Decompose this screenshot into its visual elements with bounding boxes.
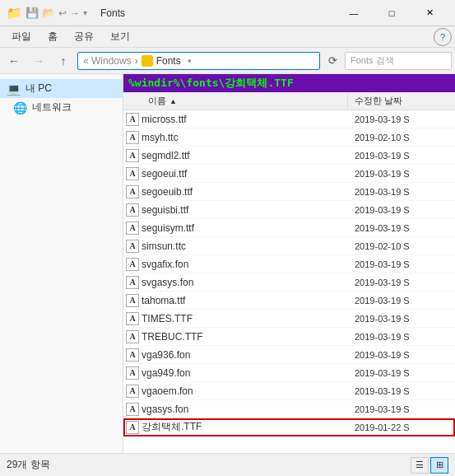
menu-bar: 파일 홈 공유 보기 ? xyxy=(0,26,455,48)
table-row[interactable]: Asegmdl2.ttf2019-03-19 S xyxy=(123,147,455,165)
menu-home[interactable]: 홈 xyxy=(39,28,66,45)
font-file-icon: A xyxy=(126,366,139,380)
help-icon[interactable]: ? xyxy=(434,28,452,46)
maximize-button[interactable]: □ xyxy=(373,0,411,26)
file-icon: A xyxy=(123,258,142,271)
undo-icon[interactable]: ↩ xyxy=(58,7,67,19)
file-date: 2019-03-19 S xyxy=(348,368,455,378)
file-date: 2019-01-22 S xyxy=(348,422,455,432)
file-date: 2019-03-19 S xyxy=(348,114,455,124)
refresh-button[interactable]: ⟳ xyxy=(323,52,341,70)
status-bar: 29개 항목 ☰ ⊞ xyxy=(0,453,455,476)
file-date: 2019-03-19 S xyxy=(348,205,455,215)
table-row[interactable]: Asvgafix.fon2019-03-19 S xyxy=(123,255,455,273)
file-icon: A xyxy=(123,421,142,434)
dropdown-icon[interactable]: ▾ xyxy=(83,8,87,17)
file-date: 2019-02-10 S xyxy=(348,133,455,142)
table-row[interactable]: A강희택체.TTF2019-01-22 S xyxy=(123,418,455,436)
close-button[interactable]: ✕ xyxy=(411,0,448,26)
file-name: TREBUC.TTF xyxy=(142,331,348,343)
up-button[interactable]: ↑ xyxy=(53,50,74,72)
sidebar: 💻 내 PC 🌐 네트워크 xyxy=(0,74,123,453)
table-row[interactable]: Atahoma.ttf2019-03-19 S xyxy=(123,292,455,310)
file-icon: A xyxy=(123,149,142,162)
file-name: 강희택체.TTF xyxy=(142,420,348,434)
file-date: 2019-03-19 S xyxy=(348,404,455,414)
detail-view-button[interactable]: ⊞ xyxy=(430,457,448,474)
file-icon: A xyxy=(123,167,142,180)
address-bar: ← → ↑ « Windows › Fonts ▾ ⟳ Fonts 검색 xyxy=(0,48,455,74)
file-name: segoeui.ttf xyxy=(142,168,348,180)
table-row[interactable]: Amsyh.ttc2019-02-10 S xyxy=(123,128,455,147)
menu-share[interactable]: 공유 xyxy=(66,28,102,45)
file-name: msyh.ttc xyxy=(142,132,348,143)
menu-file[interactable]: 파일 xyxy=(3,28,39,45)
sidebar-item-network[interactable]: 🌐 네트워크 xyxy=(0,98,123,117)
file-icon: A xyxy=(123,131,142,144)
path-dropdown-icon[interactable]: ▾ xyxy=(188,57,192,65)
file-name: vgaoem.fon xyxy=(142,385,348,397)
file-icon: A xyxy=(123,330,142,343)
table-row[interactable]: Avgaoem.fon2019-03-19 S xyxy=(123,382,455,400)
table-row[interactable]: Avga949.fon2019-03-19 S xyxy=(123,364,455,382)
file-name: vgasys.fon xyxy=(142,404,348,415)
file-name: tahoma.ttf xyxy=(142,295,348,306)
file-name: seguisbi.ttf xyxy=(142,204,348,216)
file-icon: A xyxy=(123,240,142,253)
font-file-icon: A xyxy=(126,403,139,416)
table-row[interactable]: Amicross.ttf2019-03-19 S xyxy=(123,110,455,128)
quick-access-new-icon[interactable]: 📂 xyxy=(42,7,55,19)
quick-access-folder-icon[interactable]: 📁 xyxy=(7,6,22,21)
forward-button[interactable]: → xyxy=(28,50,49,72)
table-row[interactable]: Avgasys.fon2019-03-19 S xyxy=(123,400,455,418)
file-date: 2019-03-19 S xyxy=(348,350,455,360)
menu-view[interactable]: 보기 xyxy=(102,28,138,45)
table-row[interactable]: Aseguisym.ttf2019-03-19 S xyxy=(123,219,455,237)
font-file-icon: A xyxy=(126,222,139,235)
search-placeholder: Fonts 검색 xyxy=(351,54,394,67)
font-file-icon: A xyxy=(126,294,139,307)
minimize-button[interactable]: — xyxy=(335,0,373,26)
table-row[interactable]: Avga936.fon2019-03-19 S xyxy=(123,346,455,364)
table-row[interactable]: Aseguisbi.ttf2019-03-19 S xyxy=(123,201,455,219)
file-name: micross.ttf xyxy=(142,114,348,125)
font-file-icon: A xyxy=(126,203,139,217)
search-box[interactable]: Fonts 검색 xyxy=(345,52,452,70)
font-file-icon: A xyxy=(126,113,139,126)
address-path[interactable]: « Windows › Fonts ▾ xyxy=(77,52,320,70)
col-name-header[interactable]: 이름 ▲ xyxy=(142,92,348,110)
sort-icon: ▲ xyxy=(169,97,177,105)
file-name: vga949.fon xyxy=(142,367,348,379)
item-count: 29개 항목 xyxy=(7,458,50,472)
selected-path-text: %windir%\fonts\강희택체.TTF xyxy=(128,77,294,89)
back-button[interactable]: ← xyxy=(3,50,25,72)
table-row[interactable]: ATIMES.TTF2019-03-19 S xyxy=(123,310,455,328)
file-date: 2019-03-19 S xyxy=(348,332,455,342)
file-icon: A xyxy=(123,185,142,198)
font-file-icon: A xyxy=(126,276,139,289)
list-view-button[interactable]: ☰ xyxy=(411,457,429,474)
file-date: 2019-03-19 S xyxy=(348,278,455,287)
sidebar-item-my-pc[interactable]: 💻 내 PC xyxy=(0,79,123,98)
table-row[interactable]: ATREBUC.TTF2019-03-19 S xyxy=(123,328,455,346)
table-row[interactable]: Asvgasys.fon2019-03-19 S xyxy=(123,273,455,292)
col-date-header[interactable]: 수정한 날짜 xyxy=(348,92,455,110)
table-row[interactable]: Asimsun.ttc2019-02-10 S xyxy=(123,237,455,255)
quick-access-save-icon[interactable]: 💾 xyxy=(26,7,39,19)
file-icon: A xyxy=(123,294,142,307)
font-file-icon: A xyxy=(126,348,139,362)
file-name: seguisym.ttf xyxy=(142,222,348,234)
file-name: TIMES.TTF xyxy=(142,313,348,324)
file-date: 2019-03-19 S xyxy=(348,151,455,161)
view-toggle-buttons: ☰ ⊞ xyxy=(411,457,448,474)
font-file-icon: A xyxy=(126,185,139,198)
file-name: segmdl2.ttf xyxy=(142,150,348,161)
file-icon: A xyxy=(123,385,142,398)
file-name: segoeuib.ttf xyxy=(142,186,348,198)
redo-icon[interactable]: → xyxy=(70,7,80,19)
file-list-header: 이름 ▲ 수정한 날짜 xyxy=(123,92,455,110)
my-pc-icon: 💻 xyxy=(7,82,21,96)
table-row[interactable]: Asegoeuib.ttf2019-03-19 S xyxy=(123,183,455,201)
font-file-icon: A xyxy=(126,385,139,398)
table-row[interactable]: Asegoeui.ttf2019-03-19 S xyxy=(123,165,455,183)
